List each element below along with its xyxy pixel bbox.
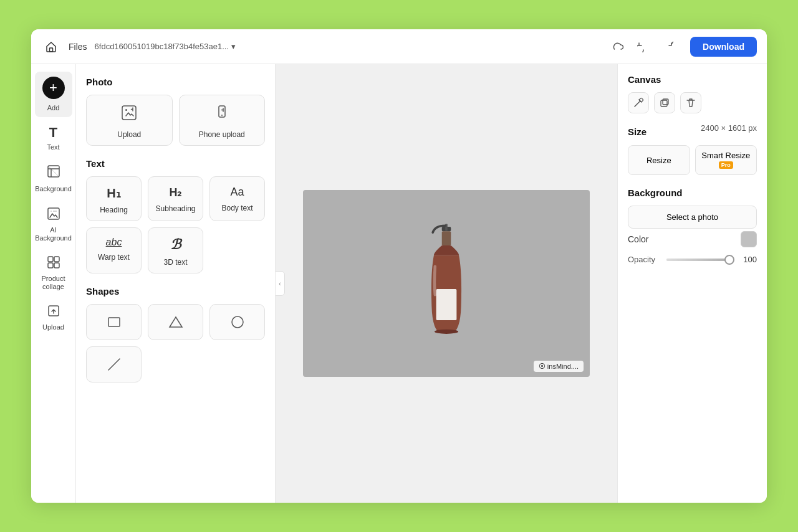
upload-label: Upload [42, 323, 64, 331]
upload-tool[interactable]: Upload [86, 95, 173, 146]
app-window: Files 6fdcd160051019bc18f73b4fe53ae1... … [31, 29, 767, 503]
upload-icon [46, 303, 61, 321]
sidebar-item-ai-background[interactable]: AI Background [35, 201, 72, 247]
size-title: Size [628, 126, 647, 137]
select-photo-button[interactable]: Select a photo [628, 206, 757, 229]
filename-display[interactable]: 6fdcd160051019bc18f73b4fe53ae1... ▾ [95, 42, 601, 51]
files-link[interactable]: Files [69, 42, 87, 52]
phone-upload-label: Phone upload [199, 130, 245, 139]
ai-background-icon [46, 206, 61, 224]
background-icon [46, 164, 61, 183]
main-layout: + Add T Text Background [31, 64, 767, 503]
topbar: Files 6fdcd160051019bc18f73b4fe53ae1... … [31, 29, 767, 64]
sidebar-item-background[interactable]: Background [35, 159, 72, 198]
background-section-title: Background [628, 188, 757, 198]
undo-button[interactable] [633, 37, 653, 57]
photo-tools-grid: Upload Phone upload [86, 95, 265, 146]
svg-rect-20 [436, 289, 457, 320]
add-icon: + [42, 77, 65, 99]
collapse-panel-button[interactable]: ‹ [276, 271, 285, 296]
body-text-tool[interactable]: Aa Body text [209, 176, 265, 221]
svg-rect-7 [48, 263, 53, 268]
ai-background-label: AI Background [35, 226, 72, 242]
phone-upload-icon [213, 104, 231, 125]
upload-tool-icon [120, 104, 138, 125]
line-icon [105, 356, 123, 376]
product-collage-icon [46, 255, 61, 272]
svg-point-13 [221, 115, 223, 116]
circle-icon [229, 313, 246, 333]
sidebar-item-text[interactable]: T Text [35, 120, 72, 156]
color-label: Color [628, 234, 648, 244]
shapes-grid [86, 304, 265, 382]
triangle-icon [167, 313, 185, 333]
text-section-title: Text [86, 158, 265, 169]
download-button[interactable]: Download [690, 37, 757, 57]
warp-text-label: Warp text [98, 253, 130, 262]
3d-text-label: 3D text [163, 258, 187, 267]
resize-buttons: Resize Smart Resize Pro [628, 145, 757, 175]
sidebar-item-product-collage[interactable]: Product collage [35, 250, 72, 296]
sidebar-item-add[interactable]: + Add [35, 72, 72, 117]
sidebar-item-upload[interactable]: Upload [35, 298, 72, 336]
subheading-icon: H₂ [170, 186, 182, 199]
3d-text-icon: ℬ [170, 237, 181, 253]
opacity-value: 100 [739, 255, 757, 264]
color-row: Color [628, 231, 757, 247]
svg-rect-0 [50, 48, 53, 52]
color-swatch[interactable] [741, 231, 757, 247]
cloud-save-button[interactable] [608, 37, 628, 57]
product-illustration [409, 221, 484, 346]
svg-line-16 [108, 359, 120, 370]
photo-section-title: Photo [86, 77, 265, 87]
right-panel: Canvas [617, 64, 767, 503]
icon-sidebar: + Add T Text Background [31, 64, 76, 503]
svg-point-21 [435, 330, 458, 334]
text-label: Text [47, 143, 59, 151]
3d-text-tool[interactable]: ℬ 3D text [148, 227, 203, 273]
opacity-thumb[interactable] [724, 255, 734, 265]
svg-rect-6 [54, 257, 59, 262]
opacity-slider[interactable] [666, 259, 734, 261]
subheading-label: Subheading [155, 204, 195, 213]
svg-rect-8 [54, 263, 59, 268]
svg-rect-14 [108, 318, 120, 326]
background-label: Background [35, 185, 72, 193]
redo-button[interactable] [658, 37, 678, 57]
subheading-tool[interactable]: H₂ Subheading [148, 176, 203, 221]
body-text-label: Body text [221, 204, 252, 212]
topbar-actions [608, 37, 678, 57]
product-collage-label: Product collage [39, 275, 69, 291]
svg-point-11 [125, 109, 127, 111]
duplicate-button[interactable] [654, 92, 675, 113]
svg-rect-5 [48, 257, 53, 262]
upload-tool-label: Upload [117, 130, 141, 139]
canvas-size-display: 2400 × 1601 px [701, 123, 757, 133]
pro-badge: Pro [719, 161, 733, 169]
rectangle-icon [105, 313, 123, 333]
format-brush-button[interactable] [628, 92, 649, 113]
smart-resize-button[interactable]: Smart Resize Pro [695, 145, 757, 175]
canvas-area: ‹ [276, 64, 617, 503]
warp-text-tool[interactable]: abc Warp text [86, 227, 142, 273]
delete-button[interactable] [680, 92, 701, 113]
triangle-tool[interactable] [148, 304, 203, 340]
resize-button[interactable]: Resize [628, 145, 690, 175]
heading-tool[interactable]: H₁ Heading [86, 176, 142, 221]
warp-text-icon: abc [106, 237, 122, 248]
opacity-row: Opacity 100 [628, 255, 757, 264]
watermark: ⦿ insMind.... [534, 361, 584, 372]
home-button[interactable] [41, 37, 61, 57]
canvas-image[interactable]: ⦿ insMind.... [303, 190, 590, 377]
add-panel: Photo Upload [76, 64, 276, 503]
svg-rect-10 [122, 106, 136, 120]
circle-tool[interactable] [209, 304, 265, 340]
add-label: Add [47, 104, 60, 112]
rectangle-tool[interactable] [86, 304, 142, 340]
text-icon: T [49, 125, 57, 141]
body-text-icon: Aa [230, 186, 244, 199]
svg-rect-19 [442, 231, 451, 245]
shapes-section-title: Shapes [86, 286, 265, 297]
phone-upload-tool[interactable]: Phone upload [179, 95, 266, 146]
line-tool[interactable] [86, 346, 142, 382]
